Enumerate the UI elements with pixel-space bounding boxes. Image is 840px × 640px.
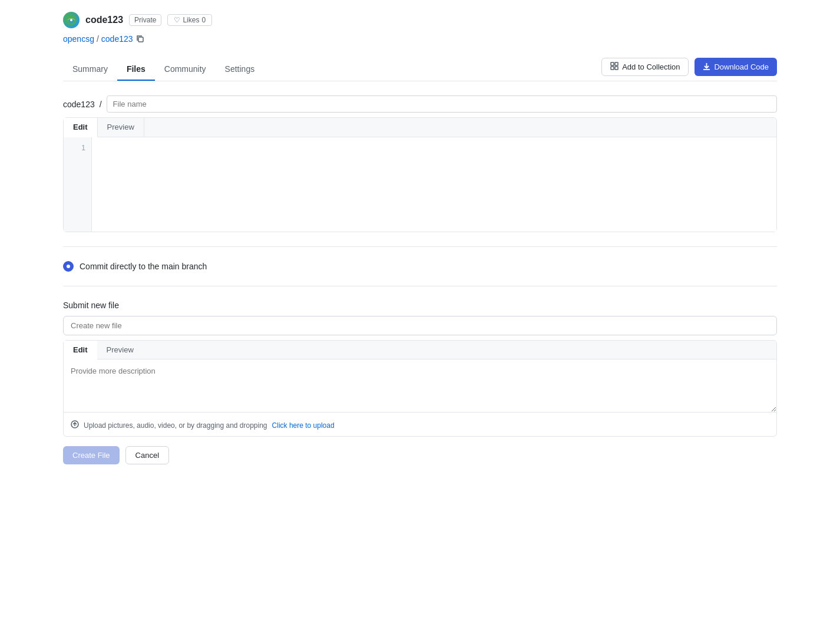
file-preview-tab[interactable]: Preview [98,118,144,137]
svg-rect-4 [611,62,614,65]
description-textarea[interactable] [64,359,776,413]
copy-icon[interactable] [135,34,145,44]
line-numbers: 1 [64,137,92,232]
repo-name: code123 [85,15,123,25]
svg-rect-7 [615,67,618,70]
upload-text: Upload pictures, audio, video, or by dra… [84,421,267,430]
breadcrumb-separator: / [97,34,99,44]
download-code-label: Download Code [714,62,769,71]
line-number-1: 1 [64,142,91,154]
svg-rect-3 [138,37,143,42]
repo-header: code123 Private ♡ Likes 0 [63,12,777,28]
commit-radio[interactable] [63,261,74,272]
divider-1 [63,246,777,247]
collection-icon [610,62,619,72]
tab-summary[interactable]: Summary [63,58,117,81]
add-to-collection-button[interactable]: Add to Collection [601,58,689,76]
likes-icon: ♡ [174,16,180,24]
download-icon [703,62,710,72]
create-file-button[interactable]: Create File [63,446,120,464]
submit-editor-container: Edit Preview Upload pictures, audio, vid… [63,340,777,437]
likes-badge: ♡ Likes 0 [167,14,212,26]
nav-actions: Add to Collection Download Code [601,58,777,76]
nav-tabs: Summary Files Community Settings [63,58,264,81]
likes-label: Likes [183,16,199,24]
radio-inner [67,265,70,268]
file-editor-tabs: Edit Preview [64,118,776,137]
create-new-file-input[interactable] [63,316,777,335]
file-edit-tab[interactable]: Edit [64,118,98,137]
file-editor-textarea[interactable] [92,137,776,232]
add-to-collection-label: Add to Collection [622,62,680,71]
likes-count: 0 [201,16,206,24]
repo-logo [63,12,80,28]
submit-edit-tab[interactable]: Edit [64,341,97,359]
upload-row: Upload pictures, audio, video, or by dra… [64,414,776,436]
svg-point-2 [70,19,72,21]
tab-community[interactable]: Community [155,58,216,81]
upload-icon [71,420,79,430]
file-path-row: code123 / [63,95,777,113]
breadcrumb-repo[interactable]: code123 [101,34,133,44]
file-editor-body: 1 [64,137,776,232]
nav-area: Summary Files Community Settings Add to … [63,58,777,81]
svg-rect-6 [611,67,614,70]
tab-files[interactable]: Files [117,58,155,81]
breadcrumb: opencsg / code123 [63,34,777,44]
submit-section: Submit new file Edit Preview Upload pict… [63,301,777,464]
submit-editor-tabs: Edit Preview [64,341,776,359]
download-code-button[interactable]: Download Code [695,58,777,76]
file-editor-container: Edit Preview 1 [63,117,777,232]
divider-2 [63,286,777,286]
file-path-label: code123 [63,100,95,109]
submit-preview-tab[interactable]: Preview [97,341,143,359]
cancel-button[interactable]: Cancel [125,446,169,464]
commit-row: Commit directly to the main branch [63,261,777,272]
file-name-input[interactable] [107,95,777,113]
path-separator: / [100,100,102,109]
private-badge: Private [129,14,161,26]
action-buttons: Create File Cancel [63,446,777,464]
svg-rect-5 [615,62,618,65]
tab-settings[interactable]: Settings [216,58,264,81]
submit-label: Submit new file [63,301,777,310]
upload-link[interactable]: Click here to upload [272,421,335,430]
commit-label: Commit directly to the main branch [80,262,207,271]
breadcrumb-owner[interactable]: opencsg [63,34,94,44]
